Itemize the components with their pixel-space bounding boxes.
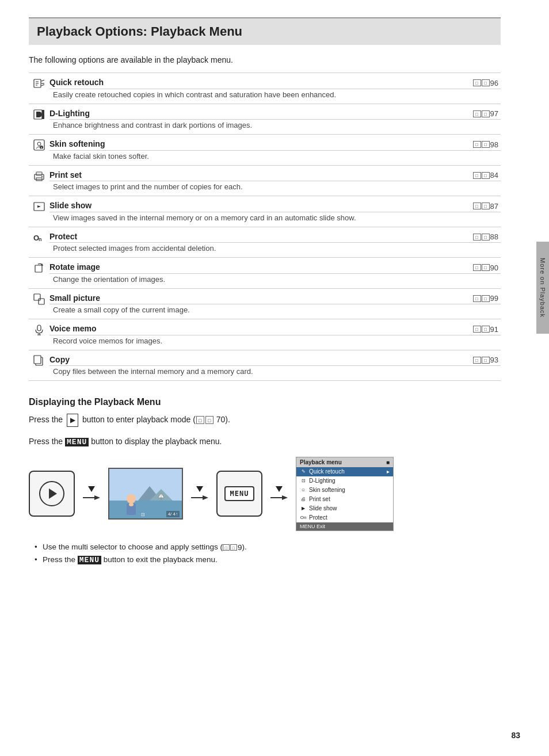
camera-counter: 4/ 4↑ <box>166 511 180 517</box>
pm-menu-item: ✎Quick retouch▸ <box>296 467 393 476</box>
options-table: Quick retouch □□ 96 Easily create retouc… <box>29 72 501 381</box>
option-icon <box>29 165 49 196</box>
section-title: Displaying the Playback Menu <box>29 397 501 407</box>
option-name: Slide show <box>49 196 350 212</box>
svg-point-41 <box>129 503 134 506</box>
svg-point-10 <box>37 142 41 146</box>
option-title-row: Quick retouch □□ 96 <box>29 73 501 89</box>
pm-menu-item: ☺Skin softening <box>296 486 393 495</box>
intro-text: The following options are available in t… <box>29 55 501 64</box>
option-description: Protect selected images from accidental … <box>49 243 501 258</box>
option-description: Copy files between the internal memory a… <box>49 366 501 381</box>
option-desc-row: Make facial skin tones softer. <box>29 150 501 165</box>
svg-point-17 <box>41 176 43 177</box>
option-title-row: Rotate image □□ 90 <box>29 258 501 274</box>
svg-line-1 <box>41 80 44 81</box>
option-icon <box>29 350 49 381</box>
play-triangle-icon <box>49 488 57 499</box>
pm-item-icon: ✎ <box>300 468 307 475</box>
bullet-list: Use the multi selector to choose and app… <box>35 543 501 564</box>
pm-menu-item: ▶Slide show <box>296 504 393 513</box>
displaying-section: Displaying the Playback Menu Press the ▶… <box>29 397 501 564</box>
option-icon <box>29 319 49 350</box>
option-icon <box>29 104 49 135</box>
option-ref: □□ 87 <box>350 196 501 212</box>
option-description: Select images to print and the number of… <box>49 181 501 196</box>
camera-icon-small: ⊡ <box>141 512 145 517</box>
option-ref: □□ 96 <box>350 73 501 89</box>
side-tab: More on Playback <box>536 242 549 334</box>
svg-rect-26 <box>37 325 41 331</box>
option-icon: On <box>29 227 49 258</box>
option-title-row: Skin softening □□ 98 <box>29 135 501 151</box>
option-name: Protect <box>49 227 350 243</box>
bullet-item: Press the MENU button to exit the playba… <box>35 555 501 564</box>
pm-item-label: Protect <box>309 514 327 521</box>
menu-button-label: MENU <box>65 438 89 446</box>
svg-line-3 <box>41 85 44 86</box>
option-description: Change the orientation of images. <box>49 273 501 288</box>
pm-item-icon: 🖨 <box>300 496 307 503</box>
svg-rect-30 <box>34 356 41 364</box>
svg-marker-45 <box>282 495 288 500</box>
section-body-line2: Press the MENU button to display the pla… <box>29 435 501 449</box>
svg-rect-8 <box>42 110 44 119</box>
playback-button-device <box>29 471 75 517</box>
option-description: View images saved in the internal memory… <box>49 212 501 227</box>
svg-rect-22 <box>35 265 42 272</box>
svg-text:n: n <box>39 236 42 242</box>
svg-point-39 <box>127 494 136 503</box>
pm-item-label: Skin softening <box>309 487 345 493</box>
option-ref: □□ 88 <box>350 227 501 243</box>
option-description: Make facial skin tones softer. <box>49 150 501 165</box>
option-icon <box>29 196 49 227</box>
page-title: Playback Options: Playback Menu <box>29 17 501 45</box>
option-ref: □□ 93 <box>350 350 501 366</box>
option-title-row: Print set □□ 84 <box>29 165 501 181</box>
option-desc-row: Create a small copy of the current image… <box>29 304 501 319</box>
play-button-circle <box>39 481 64 506</box>
menu-device-label: MENU <box>224 486 255 501</box>
side-tab-text: More on Playback <box>539 258 546 318</box>
pm-item-label: Print set <box>309 496 330 502</box>
pm-item-icon: ☺ <box>300 487 307 494</box>
section-body-line1: Press the ▶ button to enter playback mod… <box>29 413 501 427</box>
option-description: Record voice memos for images. <box>49 335 501 350</box>
pm-item-label: D-Lighting <box>309 478 336 484</box>
option-ref: □□ 90 <box>350 258 501 274</box>
pm-menu-item: OnProtect <box>296 513 393 522</box>
option-description: Create a small copy of the current image… <box>49 304 501 319</box>
svg-rect-25 <box>39 299 44 304</box>
pm-item-label: Quick retouch <box>309 468 345 475</box>
arrow1 <box>83 486 100 501</box>
option-title-row: D-Lighting □□ 97 <box>29 104 501 120</box>
right-arrow2-svg <box>191 494 208 501</box>
right-arrow3-svg <box>270 494 288 501</box>
arrow2 <box>191 486 208 501</box>
pm-item-icon: ▶ <box>300 505 307 512</box>
pm-menu-item: 🖨Print set <box>296 495 393 504</box>
pm-footer: MENU Exit <box>296 522 393 530</box>
option-desc-row: Record voice memos for images. <box>29 335 501 350</box>
option-ref: □□ 99 <box>350 288 501 304</box>
menu-button-device: MENU <box>216 471 262 517</box>
option-description: Easily create retouched copies in which … <box>49 89 501 104</box>
option-name: Quick retouch <box>49 73 350 89</box>
svg-marker-32 <box>94 495 100 500</box>
pm-item-icon: ⊡ <box>300 478 307 484</box>
option-title-row: Slide show □□ 87 <box>29 196 501 212</box>
svg-rect-24 <box>34 294 40 300</box>
diagram-row: 15/11/2010 15:38 0004.JPG <box>29 457 501 531</box>
option-ref: □□ 91 <box>350 319 501 335</box>
option-name: Rotate image <box>49 258 350 274</box>
bullet-item: Use the multi selector to choose and app… <box>35 543 501 552</box>
option-icon <box>29 288 49 319</box>
play-mode-button: ▶ <box>67 414 78 427</box>
option-icon <box>29 73 49 104</box>
option-ref: □□ 97 <box>350 104 501 120</box>
svg-rect-15 <box>36 172 42 175</box>
option-name: Voice memo <box>49 319 350 335</box>
option-title-row: Voice memo □□ 91 <box>29 319 501 335</box>
page-number: 83 <box>511 731 520 740</box>
svg-marker-43 <box>203 495 208 500</box>
